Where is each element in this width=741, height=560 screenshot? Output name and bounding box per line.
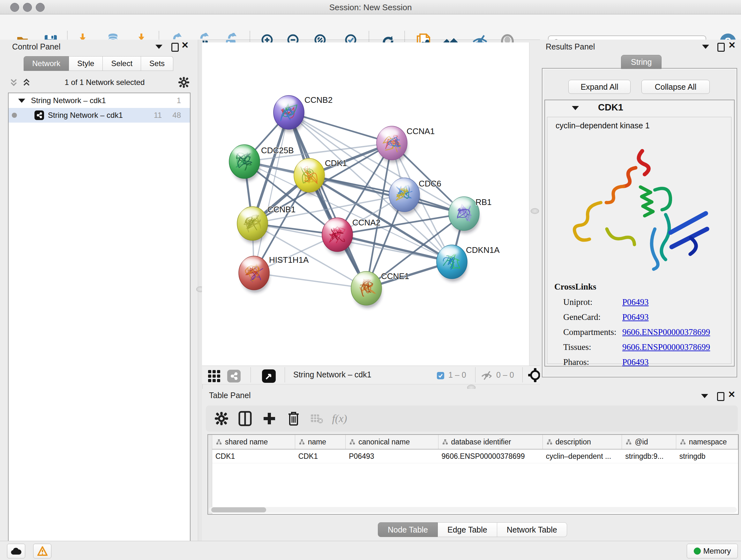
table-row[interactable]: CDK1CDK1P064939606.ENSP00000378699cyclin… <box>212 449 738 463</box>
grid-view-icon[interactable] <box>208 370 221 383</box>
cloud-button[interactable] <box>7 544 25 558</box>
node-gloss <box>297 161 316 170</box>
protein-structure-image[interactable] <box>565 136 715 273</box>
network-view-icon[interactable] <box>227 370 241 382</box>
crosslink-value-link[interactable]: P06493 <box>622 312 649 322</box>
add-column-icon[interactable] <box>261 410 278 427</box>
graph-node-CCNA2[interactable]: CCNA2 <box>322 218 381 254</box>
node-gloss <box>242 258 261 267</box>
crosslink-value-link[interactable]: 9606.ENSP00000378699 <box>622 342 710 352</box>
table-cell[interactable]: 9606.ENSP00000378699 <box>439 449 543 463</box>
crosslink-row: Pharos:P06493 <box>563 355 723 370</box>
tab-sets[interactable]: Sets <box>141 56 173 71</box>
float-panel-icon[interactable] <box>717 392 724 401</box>
tab-node-table[interactable]: Node Table <box>378 522 438 537</box>
table-cell[interactable]: stringdb:9... <box>622 449 676 463</box>
memory-button[interactable]: Memory <box>687 544 738 558</box>
graph-node-CCNB2[interactable]: CCNB2 <box>273 95 333 132</box>
hidden-counts: 0 – 0 <box>496 370 514 380</box>
network-canvas[interactable]: CCNB2CCNA1CDC25BCDK1CDC6RB1CCNB1CCNA2CDK… <box>202 43 529 366</box>
function-builder-icon[interactable]: f(x) <box>331 410 348 427</box>
float-panel-icon[interactable] <box>172 43 179 52</box>
column-header-namespace[interactable]: namespace <box>676 435 738 449</box>
tab-edge-table[interactable]: Edge Table <box>438 522 497 537</box>
node-label: HIST1H1A <box>269 255 309 265</box>
network-collection-row[interactable]: String Network – cdk1 1 <box>9 93 190 108</box>
hidden-eye-icon[interactable] <box>480 370 493 382</box>
warning-icon <box>37 546 48 556</box>
close-panel-icon[interactable]: ✕ <box>181 42 189 50</box>
table-cell[interactable]: stringdb <box>676 449 738 463</box>
network-view-title: String Network – cdk1 <box>293 370 372 379</box>
tree-icon <box>626 439 631 445</box>
graph-node-RB1[interactable]: RB1 <box>449 197 492 233</box>
horizontal-scrollbar[interactable] <box>209 507 737 513</box>
collapse-panel-icon[interactable] <box>155 45 162 49</box>
crosslink-value-link[interactable]: 9606.ENSP00000378699 <box>622 327 710 337</box>
crosslink-label: Compartments: <box>563 327 622 337</box>
close-panel-icon[interactable]: ✕ <box>728 42 736 50</box>
selected-checkbox-icon[interactable] <box>437 372 444 379</box>
right-splitter-handle[interactable] <box>531 208 539 214</box>
expand-all-button[interactable]: Expand All <box>568 80 630 94</box>
table-cell[interactable]: cyclin–dependent ... <box>543 449 622 463</box>
close-panel-icon[interactable]: ✕ <box>728 391 735 399</box>
column-header-description[interactable]: description <box>543 435 622 449</box>
crosslink-value-link[interactable]: P06493 <box>622 357 649 367</box>
network-options-gear-icon[interactable] <box>178 77 190 88</box>
collapse-panel-icon[interactable] <box>702 45 709 49</box>
graph-node-CDKN1A[interactable]: CDKN1A <box>436 245 500 282</box>
collapse-all-icon[interactable] <box>9 78 18 87</box>
network-row-selected[interactable]: String Network – cdk1 11 48 <box>9 108 190 123</box>
graph-edge[interactable] <box>289 112 392 143</box>
node-gloss <box>325 220 344 229</box>
scrollbar-thumb[interactable] <box>211 507 266 512</box>
main-toolbar: ? <box>0 14 741 40</box>
column-header-canonical-name[interactable]: canonical name <box>346 435 438 449</box>
network-label: String Network – cdk1 <box>48 111 123 120</box>
node-label: RB1 <box>475 197 492 207</box>
column-header-database-identifier[interactable]: database identifier <box>439 435 543 449</box>
delete-column-icon[interactable] <box>285 410 302 427</box>
right-splitter[interactable] <box>529 43 540 366</box>
crosslink-value-link[interactable]: P06493 <box>622 297 649 307</box>
collection-disclosure-icon[interactable] <box>18 99 25 103</box>
tab-network-table[interactable]: Network Table <box>497 522 567 537</box>
show-columns-icon[interactable] <box>237 410 254 427</box>
collapse-panel-icon[interactable] <box>701 394 708 398</box>
graph-node-CDK1[interactable]: CDK1 <box>294 159 347 195</box>
graph-node-HIST1H1A[interactable]: HIST1H1A <box>239 255 309 293</box>
protein-disclosure-icon[interactable] <box>572 106 579 110</box>
tab-string[interactable]: String <box>621 55 662 69</box>
tab-select[interactable]: Select <box>103 56 141 71</box>
column-header-name[interactable]: name <box>295 435 346 449</box>
birds-eye-view-icon[interactable] <box>262 369 276 383</box>
column-header-shared-name[interactable]: shared name <box>212 435 295 449</box>
collapse-all-button[interactable]: Collapse All <box>642 80 710 94</box>
expand-all-icon[interactable] <box>22 78 31 87</box>
delete-table-icon[interactable] <box>308 410 325 427</box>
table-cell[interactable]: P06493 <box>346 449 438 463</box>
collection-label: String Network – cdk1 <box>31 96 106 105</box>
crosslink-label: GeneCard: <box>563 312 622 322</box>
table-cell[interactable]: CDK1 <box>212 449 295 463</box>
toolbar-separator <box>522 367 523 382</box>
warning-button[interactable] <box>33 544 51 558</box>
node-label: CDKN1A <box>466 245 500 255</box>
node-gloss <box>440 247 459 256</box>
table-options-gear-icon[interactable] <box>213 410 230 427</box>
network-list-header: 1 of 1 Network selected <box>9 74 190 91</box>
graph-edge[interactable] <box>337 235 452 262</box>
table-cell[interactable]: CDK1 <box>295 449 346 463</box>
network-tree: String Network – cdk1 1 String Network –… <box>8 92 191 560</box>
table-panel-title: Table Panel <box>209 391 251 400</box>
network-graph[interactable]: CCNB2CCNA1CDC25BCDK1CDC6RB1CCNB1CCNA2CDK… <box>202 43 529 366</box>
node-label: CCNE1 <box>381 271 409 281</box>
float-panel-icon[interactable] <box>718 43 725 52</box>
tree-icon <box>442 439 448 445</box>
tab-network[interactable]: Network <box>23 56 69 71</box>
tab-style[interactable]: Style <box>69 56 103 71</box>
column-header-@id[interactable]: @id <box>622 435 676 449</box>
node-gloss <box>392 180 411 189</box>
graph-edge[interactable] <box>254 273 366 288</box>
